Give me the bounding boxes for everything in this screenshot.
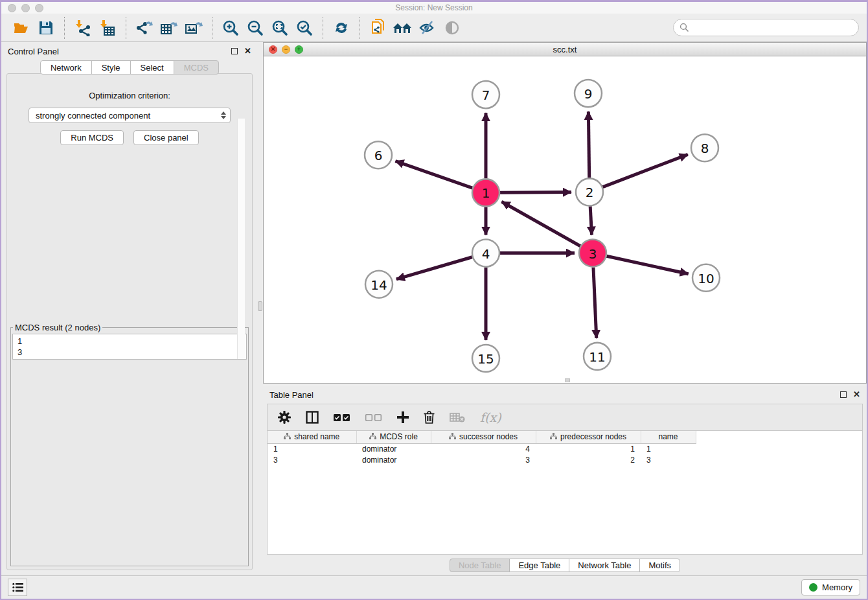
- table-cell[interactable]: 3: [268, 454, 356, 465]
- graph-node-3[interactable]: 3: [579, 240, 606, 267]
- add-column-icon: [397, 411, 409, 423]
- settings-gear-icon: [278, 411, 291, 424]
- table-cell[interactable]: 1: [641, 443, 696, 454]
- panel-splitter[interactable]: [258, 42, 263, 575]
- network-graph[interactable]: 7968124314101511: [264, 56, 866, 383]
- apply-layout-button[interactable]: [329, 16, 354, 40]
- graph-node-4[interactable]: 4: [472, 240, 499, 267]
- table-cell[interactable]: 2: [536, 454, 641, 465]
- result-scrollbar[interactable]: [237, 119, 245, 359]
- edge-2-8[interactable]: [603, 154, 688, 187]
- column-header-successor-nodes[interactable]: successor nodes: [431, 431, 536, 443]
- graph-node-7[interactable]: 7: [472, 81, 499, 108]
- maximize-window-button[interactable]: [35, 4, 43, 12]
- column-header-predecessor-nodes[interactable]: predecessor nodes: [536, 431, 641, 443]
- tab-select[interactable]: Select: [130, 60, 174, 75]
- tab-motifs[interactable]: Motifs: [639, 559, 680, 572]
- new-network-from-selection-button[interactable]: [366, 16, 391, 40]
- table-cell[interactable]: 3: [431, 454, 536, 465]
- column-header-name[interactable]: name: [641, 431, 696, 443]
- first-neighbors-button[interactable]: [391, 16, 415, 40]
- control-panel-tabs: NetworkStyleSelectMCDS: [1, 60, 258, 75]
- task-history-button[interactable]: [8, 579, 27, 596]
- edge-3-1[interactable]: [501, 202, 580, 246]
- close-window-button[interactable]: [8, 4, 16, 12]
- minimize-window-button[interactable]: [21, 4, 30, 12]
- minimize-network-button[interactable]: −: [282, 45, 290, 54]
- hide-selected-button[interactable]: [415, 16, 440, 40]
- graph-node-1[interactable]: 1: [472, 179, 499, 206]
- export-table-button[interactable]: [157, 16, 181, 40]
- zoom-out-button[interactable]: [243, 16, 268, 40]
- main-toolbar: [1, 14, 867, 42]
- edge-4-14[interactable]: [396, 257, 472, 279]
- memory-button[interactable]: Memory: [801, 579, 860, 595]
- import-network-button[interactable]: [71, 16, 95, 40]
- edge-3-11[interactable]: [593, 268, 597, 338]
- column-header-shared-name[interactable]: shared name: [268, 431, 356, 443]
- import-table-button[interactable]: [95, 16, 120, 40]
- graph-node-10[interactable]: 10: [692, 264, 720, 292]
- run-mcds-button[interactable]: Run MCDS: [60, 130, 124, 145]
- canvas-resize-grip[interactable]: [565, 378, 570, 382]
- graph-node-14[interactable]: 14: [365, 271, 393, 298]
- search-field[interactable]: [673, 19, 859, 36]
- graph-node-11[interactable]: 11: [584, 343, 611, 370]
- table-row[interactable]: 1dominator411: [268, 443, 696, 454]
- close-panel-button[interactable]: Close panel: [133, 130, 199, 145]
- table-cell[interactable]: 1: [536, 443, 641, 454]
- float-table-panel-icon[interactable]: [840, 391, 847, 398]
- export-network-button[interactable]: [132, 16, 157, 40]
- edge-2-9[interactable]: [588, 111, 589, 178]
- edge-3-10[interactable]: [606, 256, 688, 273]
- function-builder-button[interactable]: f(x): [480, 410, 501, 424]
- maximize-network-button[interactable]: +: [295, 45, 303, 54]
- open-file-button[interactable]: [9, 16, 34, 40]
- graph-node-2[interactable]: 2: [576, 178, 603, 205]
- deselect-all-button[interactable]: [365, 413, 382, 422]
- table-cell[interactable]: 1: [268, 443, 356, 454]
- select-all-button[interactable]: [334, 413, 350, 422]
- table-cell[interactable]: 3: [641, 454, 696, 465]
- result-line: 3: [17, 347, 236, 358]
- tab-mcds[interactable]: MCDS: [174, 60, 219, 75]
- zoom-in-button[interactable]: [218, 16, 243, 40]
- close-panel-icon[interactable]: ✕: [244, 48, 251, 54]
- float-panel-icon[interactable]: [231, 48, 238, 54]
- settings-gear-button[interactable]: [278, 411, 291, 424]
- toggle-panes-button[interactable]: [306, 411, 319, 424]
- graph-node-6[interactable]: 6: [365, 141, 392, 168]
- node-table: shared nameMCDS rolesuccessor nodesprede…: [268, 430, 862, 554]
- table-cell[interactable]: dominator: [356, 454, 431, 465]
- zoom-selected-button[interactable]: [292, 16, 317, 40]
- table-row[interactable]: 3dominator323: [268, 454, 696, 465]
- table-cell[interactable]: 4: [431, 443, 536, 454]
- table-cell[interactable]: dominator: [356, 443, 431, 454]
- splitter-grip-icon[interactable]: [258, 301, 262, 311]
- save-session-button[interactable]: [34, 16, 58, 40]
- edge-1-6[interactable]: [395, 161, 472, 189]
- tab-network[interactable]: Network: [40, 60, 92, 75]
- delete-table-button[interactable]: [450, 412, 465, 422]
- add-column-button[interactable]: [397, 411, 409, 423]
- show-all-button[interactable]: [440, 16, 464, 40]
- criterion-select[interactable]: strongly connected component: [29, 108, 231, 123]
- graph-node-9[interactable]: 9: [575, 80, 602, 107]
- tab-edge-table[interactable]: Edge Table: [509, 559, 569, 572]
- zoom-fit-button[interactable]: [268, 16, 292, 40]
- delete-button[interactable]: [424, 411, 435, 424]
- tab-network-table[interactable]: Network Table: [569, 559, 640, 572]
- edge-1-2[interactable]: [500, 192, 571, 193]
- network-canvas[interactable]: 7968124314101511: [263, 56, 867, 384]
- control-panel: Control Panel ✕ NetworkStyleSelectMCDS O…: [1, 42, 258, 575]
- tab-node-table[interactable]: Node Table: [450, 559, 510, 572]
- tab-style[interactable]: Style: [91, 60, 131, 75]
- graph-node-8[interactable]: 8: [691, 134, 718, 161]
- edge-2-3[interactable]: [590, 206, 591, 235]
- close-network-button[interactable]: ✕: [269, 45, 277, 54]
- close-table-panel-icon[interactable]: ✕: [853, 391, 860, 398]
- column-header-MCDS-role[interactable]: MCDS role: [356, 431, 431, 443]
- export-image-button[interactable]: [181, 16, 206, 40]
- graph-node-15[interactable]: 15: [472, 345, 499, 372]
- search-input[interactable]: [689, 22, 852, 33]
